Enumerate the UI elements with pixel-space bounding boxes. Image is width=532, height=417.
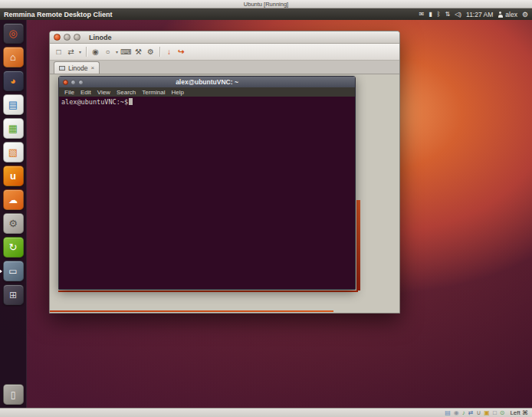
minimize-button[interactable] <box>64 34 71 41</box>
libreoffice-calc-icon: ▦ <box>8 123 18 134</box>
terminal-menubar: File Edit View Search Terminal Help <box>59 87 355 97</box>
remote-wallpaper-strip <box>356 200 360 291</box>
launcher-item-software-updater[interactable]: ↻ <box>3 237 24 258</box>
zoom-icon[interactable]: ○ <box>102 46 113 57</box>
monitor-icon <box>59 66 65 71</box>
vbox-titlebar: Ubuntu [Running] <box>0 0 532 8</box>
active-app-title: Remmina Remote Desktop Client <box>0 11 113 18</box>
terminal-window: alex@ubuntuVNC: ~ File Edit View Search … <box>58 76 356 290</box>
audio-icon[interactable]: ♪ <box>462 410 465 416</box>
vbox-statusbar: ▤ ◉ ♪ ⇄ ∪ ▣ □ ⊙ Left ⌘ <box>0 408 532 417</box>
fullscreen-icon[interactable]: □ <box>53 46 64 57</box>
chevron-down-icon[interactable]: ▾ <box>114 46 120 57</box>
libreoffice-writer-icon: ▤ <box>8 99 18 110</box>
menu-edit[interactable]: Edit <box>77 89 94 96</box>
tools-icon[interactable]: ⚒ <box>133 46 144 57</box>
software-center-icon: u <box>10 170 16 182</box>
remmina-tabbar: Linode × <box>50 61 399 74</box>
desktop-wallpaper: ◎ ⌂ ◕ ▤ ▦ ▧ u ☁ ⚙ ↻ ▭ ⊞ ▯ Linode □ ⇄ ▾ ◉… <box>0 20 532 408</box>
launcher-item-system-settings[interactable]: ⚙ <box>3 213 24 234</box>
close-button[interactable] <box>63 80 68 85</box>
launcher-item-libreoffice-impress[interactable]: ▧ <box>3 142 24 163</box>
tab-label: Linode <box>68 64 88 72</box>
disconnect-icon[interactable]: ↓ <box>163 46 175 57</box>
terminal-prompt: alex@ubuntuVNC:~$ <box>61 98 128 106</box>
dash-home-icon: ◎ <box>8 28 17 39</box>
indicator-tray: ✉ ▮ ᛒ ⇅ ◁) 11:27 AM alex ⚙ <box>419 11 532 18</box>
menu-search[interactable]: Search <box>113 89 139 96</box>
launcher-item-workspace-switcher[interactable]: ⊞ <box>3 284 24 305</box>
screenshot-icon[interactable]: ◉ <box>90 46 101 57</box>
terminal-cursor <box>129 98 133 105</box>
scaled-mode-icon[interactable]: ⇄ <box>65 46 77 57</box>
tab-close-icon[interactable]: × <box>91 64 95 71</box>
preferences-icon[interactable]: ⚙ <box>145 46 156 57</box>
remote-wallpaper-strip <box>58 291 358 292</box>
firefox-icon: ◕ <box>10 75 16 87</box>
display-icon[interactable]: □ <box>493 410 497 416</box>
grab-keyboard-icon[interactable]: ⌨ <box>120 46 132 57</box>
menu-file[interactable]: File <box>61 89 77 96</box>
workspace-switcher-icon: ⊞ <box>9 290 17 300</box>
user-menu[interactable]: alex <box>498 11 517 18</box>
hard-disk-icon[interactable]: ▤ <box>445 410 451 416</box>
remmina-window: Linode □ ⇄ ▾ ◉ ○ ▾ ⌨ ⚒ ⚙ ↓ ↪ Linode × <box>49 31 400 314</box>
mail-icon[interactable]: ✉ <box>419 11 425 18</box>
menu-view[interactable]: View <box>94 89 113 96</box>
trash-icon: ▯ <box>11 389 16 400</box>
session-gear-icon[interactable]: ⚙ <box>522 11 528 18</box>
user-icon <box>498 11 503 18</box>
top-panel: Remmina Remote Desktop Client ✉ ▮ ᛒ ⇅ ◁)… <box>0 8 532 20</box>
terminal-title: alex@ubuntuVNC: ~ <box>59 78 355 86</box>
launcher-item-libreoffice-calc[interactable]: ▦ <box>3 118 24 139</box>
remmina-window-title: Linode <box>89 34 112 41</box>
shared-folders-icon[interactable]: ▣ <box>484 410 490 416</box>
close-button[interactable] <box>54 34 61 41</box>
mouse-integration-icon[interactable]: ⊙ <box>500 410 505 416</box>
host-key-label: Left ⌘ <box>510 409 528 416</box>
home-folder-icon: ⌂ <box>10 51 16 63</box>
tab-linode[interactable]: Linode × <box>54 61 100 74</box>
launcher-item-software-center[interactable]: u <box>3 166 24 186</box>
remmina-icon: ▭ <box>8 266 17 277</box>
remote-desktop-viewport[interactable]: alex@ubuntuVNC: ~ File Edit View Search … <box>50 74 399 313</box>
launcher-item-firefox[interactable]: ◕ <box>3 71 24 91</box>
terminal-screen[interactable]: alex@ubuntuVNC:~$ <box>59 97 355 289</box>
minimize-button[interactable] <box>71 80 76 85</box>
toolbar-separator <box>159 47 160 57</box>
launcher-item-ubuntu-one[interactable]: ☁ <box>3 189 24 210</box>
bluetooth-icon[interactable]: ᛒ <box>437 11 441 18</box>
remmina-titlebar[interactable]: Linode <box>50 31 399 44</box>
launcher-item-remmina[interactable]: ▭ <box>3 261 24 281</box>
network-icon[interactable]: ⇄ <box>468 410 474 416</box>
unity-launcher: ◎ ⌂ ◕ ▤ ▦ ▧ u ☁ ⚙ ↻ ▭ ⊞ ▯ <box>0 20 27 408</box>
launcher-item-trash[interactable]: ▯ <box>3 384 24 405</box>
libreoffice-impress-icon: ▧ <box>8 146 18 158</box>
menu-terminal[interactable]: Terminal <box>139 89 168 96</box>
system-settings-icon: ⚙ <box>8 218 18 229</box>
menu-help[interactable]: Help <box>168 89 186 96</box>
network-icon[interactable]: ⇅ <box>445 11 451 18</box>
exit-icon[interactable]: ↪ <box>176 46 187 57</box>
ubuntu-one-icon: ☁ <box>8 195 18 205</box>
launcher-item-libreoffice-writer[interactable]: ▤ <box>3 94 24 115</box>
optical-disk-icon[interactable]: ◉ <box>454 410 459 416</box>
terminal-titlebar[interactable]: alex@ubuntuVNC: ~ <box>59 77 355 87</box>
remmina-toolbar: □ ⇄ ▾ ◉ ○ ▾ ⌨ ⚒ ⚙ ↓ ↪ <box>50 44 399 61</box>
vbox-window-title: Ubuntu [Running] <box>244 1 288 8</box>
maximize-button[interactable] <box>74 34 80 41</box>
clock[interactable]: 11:27 AM <box>466 11 493 18</box>
software-updater-icon: ↻ <box>9 241 18 253</box>
launcher-item-home-folder[interactable]: ⌂ <box>3 47 24 67</box>
volume-icon[interactable]: ◁) <box>455 11 461 18</box>
toolbar-separator <box>86 47 87 57</box>
remote-wallpaper-strip <box>50 310 333 312</box>
chevron-down-icon[interactable]: ▾ <box>77 46 83 57</box>
username: alex <box>505 11 517 18</box>
usb-icon[interactable]: ∪ <box>476 410 481 416</box>
maximize-button[interactable] <box>78 80 84 85</box>
launcher-item-dash-home[interactable]: ◎ <box>3 23 24 44</box>
battery-icon[interactable]: ▮ <box>429 11 432 18</box>
